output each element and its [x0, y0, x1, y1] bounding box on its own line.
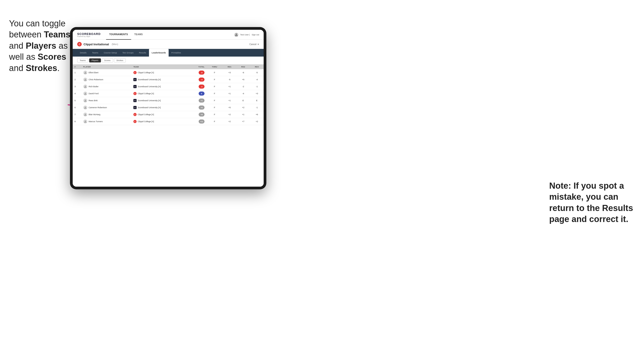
- tab-course-setup[interactable]: Course Setup: [101, 49, 120, 57]
- bold-teams: Teams: [44, 30, 70, 39]
- cell-team: C Clippd College [A]: [132, 118, 188, 125]
- team-name: Scoreboard University [A]: [138, 99, 161, 102]
- player-name: Chris Robertson: [89, 78, 104, 81]
- team-name: Clippd College [A]: [138, 113, 154, 116]
- team-name: Clippd College [A]: [138, 92, 154, 95]
- player-name: Cameron Robertson: [89, 106, 107, 109]
- player-name: Blair McHarg: [89, 113, 100, 116]
- col-team: TEAM: [132, 64, 188, 69]
- user-avatar: [234, 33, 238, 37]
- cell-thru: F: [206, 111, 222, 118]
- note-bold: Note: If you spot a mistake, you can ret…: [549, 181, 633, 224]
- navbar: SCOREBOARD Powered by clippd TOURNAMENTS…: [73, 30, 264, 40]
- score-badge: +8: [199, 113, 204, 117]
- cell-player: Cameron Robertson: [82, 104, 132, 111]
- cell-rd2: +7: [236, 118, 250, 125]
- tab-leaderboards[interactable]: Leaderboards: [149, 49, 168, 57]
- logo-text: SCOREBOARD: [77, 32, 101, 36]
- tab-results[interactable]: Results: [136, 49, 149, 57]
- cell-total: +6: [188, 104, 206, 111]
- cell-rank: 2: [73, 76, 82, 83]
- cell-rank: 3: [73, 83, 82, 90]
- player-name: David Ford: [89, 92, 99, 95]
- cell-thru: F: [206, 104, 222, 111]
- team-logo: C: [134, 113, 136, 116]
- team-logo: S: [134, 99, 136, 102]
- cell-rd2: -4: [236, 90, 250, 97]
- table-row: 4 David Ford C Clippd College [A] EF+1-4…: [73, 90, 264, 97]
- score-badge: +6: [199, 106, 204, 110]
- sub-tabs: Teams Players Scores Strokes: [73, 57, 264, 64]
- subtab-strokes[interactable]: Strokes: [114, 58, 126, 62]
- col-rd2: RD2: [236, 64, 250, 69]
- tournament-title-row: C Clippd Invitational (Men): [77, 42, 118, 46]
- col-rd3: RD3: [250, 64, 264, 69]
- cell-rd3: -5: [250, 69, 264, 76]
- bold-strokes: Strokes: [26, 63, 57, 73]
- player-name: Rich Butler: [89, 85, 99, 88]
- sign-out-link[interactable]: Sign out: [252, 34, 259, 36]
- cell-total: +11: [188, 118, 206, 125]
- subtab-teams[interactable]: Teams: [77, 58, 88, 62]
- cell-rank: 6: [73, 104, 82, 111]
- tab-printables[interactable]: Printables: [168, 49, 184, 57]
- cell-player: Rees Britt: [82, 97, 132, 104]
- team-logo: S: [134, 78, 136, 81]
- cell-team: C Clippd College [A]: [132, 90, 188, 97]
- cell-player: Elliot Ebert: [82, 69, 132, 76]
- player-avatar: [83, 78, 87, 82]
- cell-thru: F: [206, 69, 222, 76]
- cell-rd1: +2: [223, 111, 236, 118]
- table-row: 7 Blair McHarg C Clippd College [A] +8F+…: [73, 111, 264, 118]
- tab-tee-groups[interactable]: Tee Groups: [120, 49, 136, 57]
- player-avatar: [83, 71, 87, 75]
- cell-rd1: +3: [223, 69, 236, 76]
- cell-team: C Clippd College [A]: [132, 69, 188, 76]
- leaderboard-table: # PLAYER TEAM TOTAL THRU RD1 RD2 RD3 1 E…: [73, 64, 264, 125]
- tablet-screen: SCOREBOARD Powered by clippd TOURNAMENTS…: [73, 30, 264, 187]
- cell-rd1: +1: [223, 97, 236, 104]
- cell-rd3: +3: [250, 90, 264, 97]
- col-total: TOTAL: [188, 64, 206, 69]
- cell-total: -4: [188, 76, 206, 83]
- cancel-label: Cancel: [250, 43, 256, 45]
- col-player: PLAYER: [82, 64, 132, 69]
- cell-rd2: +5: [236, 76, 250, 83]
- logo-sub: Powered by clippd: [77, 36, 101, 37]
- tab-teams[interactable]: Teams: [90, 49, 101, 57]
- player-avatar: [83, 120, 87, 124]
- tournament-name: Clippd Invitational: [84, 43, 109, 46]
- player-avatar: [83, 106, 87, 110]
- nav-tournaments[interactable]: TOURNAMENTS: [106, 30, 131, 40]
- cell-rd1: +2: [223, 118, 236, 125]
- cell-rank: 4: [73, 90, 82, 97]
- tab-details[interactable]: Details: [77, 49, 90, 57]
- cell-total: -8: [188, 69, 206, 76]
- cancel-icon: ✕: [257, 43, 259, 45]
- score-badge: -2: [199, 85, 204, 89]
- cell-player: David Ford: [82, 90, 132, 97]
- nav-teams[interactable]: TEAMS: [131, 30, 146, 40]
- col-rd1: RD1: [223, 64, 236, 69]
- team-logo: C: [134, 71, 136, 74]
- cell-team: S Scoreboard University [A]: [132, 97, 188, 104]
- left-annotation: You can toggle between Teams and Players…: [9, 18, 72, 74]
- score-badge: -4: [199, 78, 204, 82]
- cell-rd1: +1: [223, 90, 236, 97]
- cell-rd2: +2: [236, 104, 250, 111]
- col-thru: THRU: [206, 64, 222, 69]
- table-row: 2 Chris Robertson S Scoreboard Universit…: [73, 76, 264, 83]
- table-container: # PLAYER TEAM TOTAL THRU RD1 RD2 RD3 1 E…: [73, 64, 264, 187]
- score-badge: +1: [199, 99, 204, 103]
- cell-rd3: -1: [250, 83, 264, 90]
- cell-thru: F: [206, 90, 222, 97]
- cancel-button[interactable]: Cancel ✕: [250, 43, 259, 45]
- subtab-scores[interactable]: Scores: [102, 58, 113, 62]
- subtab-players[interactable]: Players: [89, 58, 101, 62]
- cell-rd3: +2: [250, 118, 264, 125]
- tournament-header: C Clippd Invitational (Men) Cancel ✕: [73, 40, 264, 49]
- cell-total: +1: [188, 97, 206, 104]
- score-badge: +11: [199, 120, 204, 124]
- cell-rd2: -6: [236, 69, 250, 76]
- cell-player: Chris Robertson: [82, 76, 132, 83]
